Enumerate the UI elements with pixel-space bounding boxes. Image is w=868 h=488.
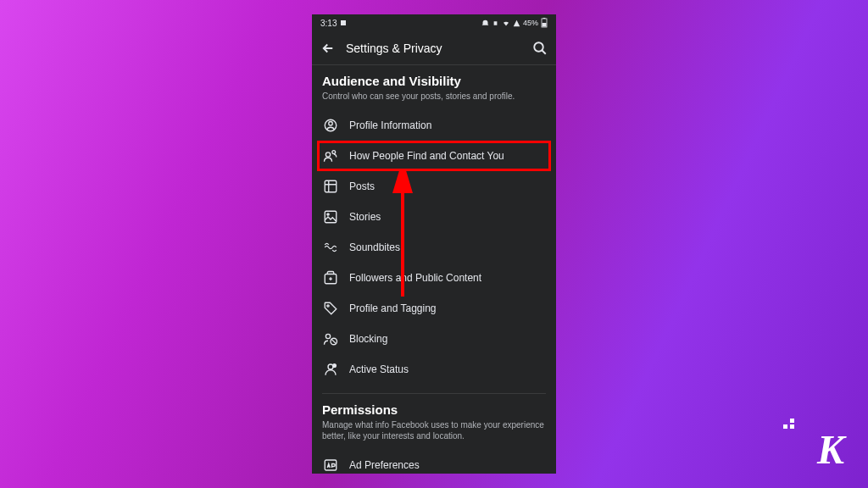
- svg-rect-22: [783, 424, 787, 429]
- battery-icon: [541, 18, 548, 28]
- section-divider: [322, 393, 546, 394]
- menu-item-profile-tagging[interactable]: Profile and Tagging: [322, 293, 546, 324]
- svg-point-4: [534, 42, 543, 52]
- profile-icon: [322, 117, 339, 134]
- back-arrow-icon[interactable]: [320, 41, 336, 56]
- menu-label: Blocking: [349, 333, 387, 345]
- vibrate-icon: [492, 19, 499, 27]
- status-bar: 3:13 45%: [312, 14, 556, 31]
- menu-item-ad-preferences[interactable]: Ad Preferences: [322, 450, 546, 474]
- menu-label: Posts: [349, 180, 375, 192]
- menu-item-soundbites[interactable]: Soundbites: [322, 232, 546, 263]
- menu-label: Active Status: [349, 363, 409, 375]
- status-left: 3:13: [320, 19, 347, 28]
- tag-icon: [322, 300, 339, 317]
- svg-rect-3: [543, 18, 546, 19]
- svg-rect-0: [341, 20, 346, 25]
- status-time: 3:13: [320, 19, 337, 28]
- svg-rect-9: [325, 180, 337, 192]
- svg-point-11: [327, 214, 329, 215]
- svg-point-14: [326, 334, 330, 338]
- menu-item-how-people-find-you[interactable]: How People Find and Contact You: [317, 141, 551, 171]
- section-subtitle-audience: Control who can see your posts, stories …: [322, 91, 546, 102]
- followers-icon: [322, 269, 339, 286]
- menu-label: Profile and Tagging: [349, 302, 437, 314]
- menu-item-active-status[interactable]: Active Status: [322, 354, 546, 385]
- header-bar: Settings & Privacy: [312, 31, 556, 65]
- alarm-icon: [481, 19, 489, 27]
- section-title-audience: Audience and Visibility: [322, 74, 546, 88]
- svg-rect-23: [790, 424, 794, 429]
- menu-label: Profile Information: [349, 119, 431, 131]
- battery-text: 45%: [523, 19, 538, 27]
- watermark-logo: K: [817, 426, 844, 473]
- notification-icon: [340, 19, 347, 26]
- posts-icon: [322, 178, 339, 195]
- phone-frame: 3:13 45% Settings & Privacy Audience and…: [312, 14, 556, 474]
- svg-point-17: [333, 364, 337, 368]
- menu-label: Ad Preferences: [349, 459, 420, 471]
- section-subtitle-permissions: Manage what info Facebook uses to make y…: [322, 419, 546, 441]
- wifi-icon: [502, 19, 510, 27]
- header-title: Settings & Privacy: [346, 42, 522, 55]
- svg-point-8: [332, 151, 336, 154]
- stories-icon: [322, 208, 339, 225]
- section-permissions: Permissions Manage what info Facebook us…: [322, 402, 546, 474]
- svg-rect-21: [790, 419, 794, 423]
- watermark-dots: [775, 419, 800, 435]
- menu-item-stories[interactable]: Stories: [322, 202, 546, 232]
- search-icon[interactable]: [532, 41, 548, 56]
- active-status-icon: [322, 361, 339, 378]
- svg-point-13: [327, 305, 329, 307]
- menu-item-profile-information[interactable]: Profile Information: [322, 110, 546, 141]
- menu-label: How People Find and Contact You: [349, 150, 504, 162]
- section-title-permissions: Permissions: [322, 402, 546, 417]
- svg-point-7: [326, 152, 330, 157]
- menu-item-followers[interactable]: Followers and Public Content: [322, 263, 546, 293]
- svg-rect-10: [325, 211, 337, 223]
- menu-label: Soundbites: [349, 241, 400, 253]
- menu-item-blocking[interactable]: Blocking: [322, 324, 546, 354]
- status-right: 45%: [481, 18, 548, 28]
- menu-item-posts[interactable]: Posts: [322, 171, 546, 202]
- section-audience: Audience and Visibility Control who can …: [322, 74, 546, 385]
- svg-point-6: [329, 122, 333, 126]
- ad-icon: [322, 457, 339, 474]
- signal-icon: [513, 19, 520, 27]
- blocking-icon: [322, 330, 339, 347]
- svg-rect-2: [542, 23, 547, 27]
- people-icon: [322, 147, 339, 164]
- content-area: Audience and Visibility Control who can …: [312, 65, 556, 474]
- menu-label: Stories: [349, 211, 381, 223]
- soundbites-icon: [322, 239, 339, 256]
- menu-label: Followers and Public Content: [349, 272, 481, 284]
